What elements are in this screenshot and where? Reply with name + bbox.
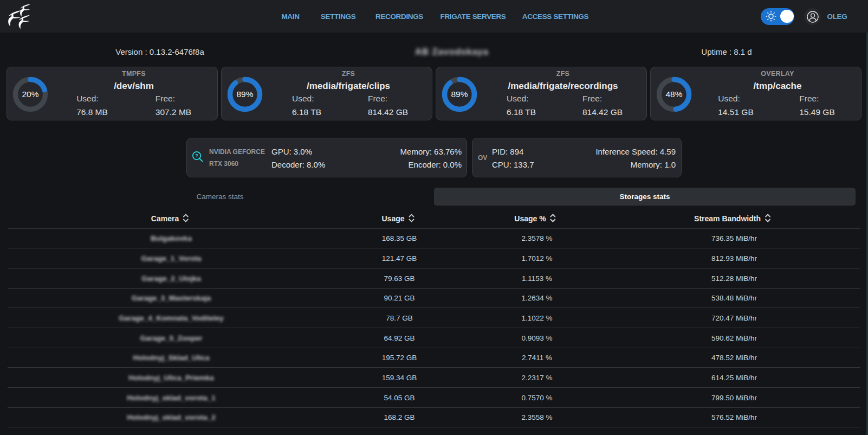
svg-text:?: ?: [195, 152, 198, 158]
